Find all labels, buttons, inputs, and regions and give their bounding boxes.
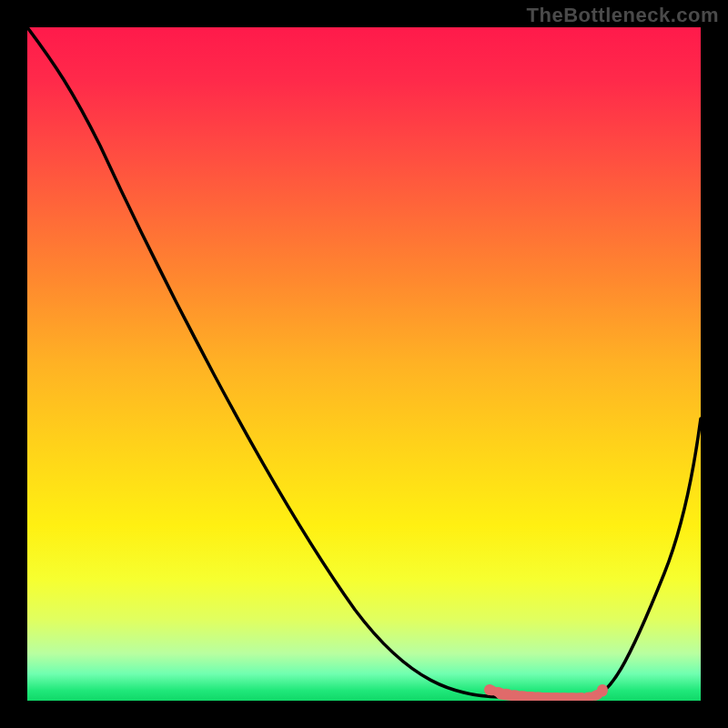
highlight-dot-left bbox=[484, 684, 495, 695]
plot-area bbox=[27, 27, 701, 701]
curve-overlay bbox=[27, 27, 701, 701]
chart-frame: TheBottleneck.com bbox=[0, 0, 728, 728]
bottleneck-curve bbox=[27, 27, 701, 697]
highlight-segment-solid bbox=[500, 694, 582, 698]
highlight-dot-right bbox=[597, 684, 608, 695]
watermark-text: TheBottleneck.com bbox=[527, 4, 719, 27]
